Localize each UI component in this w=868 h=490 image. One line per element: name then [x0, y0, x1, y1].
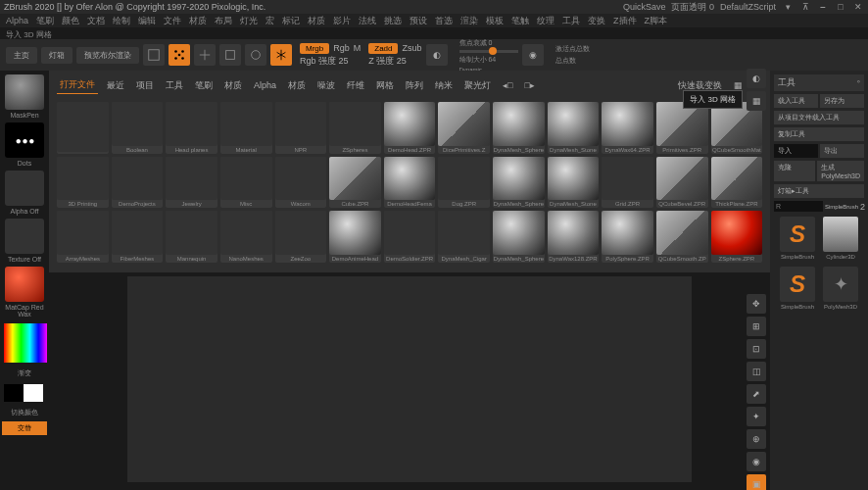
polymesh-button[interactable]: 生成 PolyMesh3D [817, 161, 864, 181]
edit-icon[interactable] [143, 44, 165, 66]
thumbnail-item[interactable]: DemoAnimeHead [329, 211, 381, 263]
tab-material2[interactable]: 材质 [285, 77, 309, 94]
menu-item[interactable]: 纹理 [537, 15, 555, 27]
material-selector[interactable] [5, 267, 44, 302]
menu-item[interactable]: 颜色 [62, 15, 79, 27]
tab-spotlight[interactable]: 聚光灯 [461, 77, 494, 94]
nav-back-icon[interactable]: ◂□ [500, 78, 515, 92]
thumbnail-item[interactable]: DicePrimitives.Z [438, 102, 490, 154]
thumbnail-item[interactable] [57, 102, 109, 154]
texture-selector[interactable] [5, 219, 44, 254]
thumbnail-item[interactable]: Grid.ZPR [602, 157, 653, 209]
tab-open-file[interactable]: 打开文件 [57, 76, 98, 94]
thumbnail-item[interactable]: DynaMesh_Cigar [438, 211, 490, 263]
shelf-icon[interactable]: ◉ [747, 452, 766, 471]
gizmo-icon[interactable] [270, 44, 292, 66]
thumbnail-item[interactable]: DynaWax128.ZPR [548, 211, 600, 263]
zsub-button[interactable]: Zsub [402, 43, 421, 53]
menu-item[interactable]: 首选 [435, 15, 453, 27]
menu-item[interactable]: 笔触 [511, 15, 529, 27]
tab-array[interactable]: 阵列 [403, 77, 426, 94]
thumbnail-item[interactable]: Material [220, 102, 272, 154]
white-swatch[interactable] [24, 384, 43, 402]
pin-icon[interactable]: ⊼ [799, 2, 811, 12]
menu-icon[interactable]: ▾ [782, 2, 794, 12]
menu-item[interactable]: 法线 [359, 15, 376, 27]
shelf-icon[interactable]: ✦ [747, 407, 766, 426]
export-button[interactable]: 导出 [820, 144, 864, 158]
thumbnail-item[interactable]: ZSpheres [329, 102, 381, 154]
menu-item[interactable]: 文件 [164, 15, 181, 27]
thumbnail-item[interactable]: DynaWax64.ZPR [602, 102, 653, 154]
close-icon[interactable]: ✕ [852, 2, 864, 12]
thumbnail-item[interactable]: NanoMeshes [220, 211, 272, 263]
menu-item[interactable]: 影片 [333, 15, 351, 27]
canvas[interactable] [127, 276, 692, 482]
menu-item[interactable]: Z脚本 [645, 15, 668, 27]
zadd-button[interactable]: Zadd [368, 43, 398, 54]
menu-item[interactable]: 灯光 [240, 15, 258, 27]
menu-item[interactable]: 文档 [87, 15, 105, 27]
menu-item[interactable]: 挑选 [384, 15, 402, 27]
gradient-label[interactable]: 渐变 [2, 368, 47, 378]
menu-item[interactable]: 编辑 [138, 15, 156, 27]
menu-item[interactable]: 材质 [189, 15, 207, 27]
nav-fwd-icon[interactable]: □▸ [521, 78, 537, 92]
thumbnail-item[interactable]: DynaMesh_Stone [548, 157, 600, 209]
rotate-icon[interactable] [245, 44, 266, 66]
menu-item[interactable]: 材质 [308, 15, 325, 27]
thumbnail-item[interactable]: Cube.ZPR [329, 157, 381, 209]
shelf-icon[interactable]: ⊕ [747, 429, 766, 449]
brush-selector[interactable] [5, 74, 44, 110]
save-as-button[interactable]: 另存为 [820, 94, 864, 108]
import-file-button[interactable]: 从项目文件载入工具 [774, 111, 864, 124]
menu-item[interactable]: 变换 [588, 15, 605, 27]
stroke-selector[interactable] [5, 122, 44, 158]
tab-mesh[interactable]: 网格 [373, 77, 397, 94]
tab-tool[interactable]: 工具 [163, 77, 186, 94]
minimize-icon[interactable]: ‒ [817, 2, 829, 12]
thumbnail-item[interactable]: Head planes [166, 102, 217, 154]
bpr-button[interactable]: 预览布尔渲染 [76, 47, 139, 64]
rgb-intensity-slider[interactable]: Rgb 强度 25 [300, 55, 349, 68]
thumbnail-item[interactable]: Jewelry [166, 157, 217, 209]
tab-project[interactable]: 项目 [133, 77, 157, 94]
menu-item[interactable]: 布局 [215, 15, 232, 27]
tab-brush[interactable]: 笔刷 [192, 77, 216, 94]
alpha-selector[interactable] [5, 171, 44, 206]
color-picker[interactable] [4, 323, 47, 363]
search-input[interactable] [774, 201, 823, 212]
menu-item[interactable]: 预设 [410, 15, 427, 27]
draw-icon[interactable] [169, 44, 190, 66]
tool-simplebrush[interactable]: S SimpleBrush [778, 217, 817, 260]
menu-item[interactable]: 工具 [562, 15, 580, 27]
black-swatch[interactable] [4, 384, 24, 402]
maximize-icon[interactable]: □ [835, 2, 846, 12]
thumbnail-item[interactable]: ZSphere.ZPR [711, 211, 763, 263]
tool-simplebrush-2[interactable]: S SimpleBrush [778, 267, 817, 310]
thumbnail-item[interactable]: DynaMesh_Sphere [493, 157, 545, 209]
thumbnail-item[interactable]: PolySphere.ZPR [602, 211, 653, 263]
shelf-icon-active[interactable]: ▣ [747, 474, 766, 490]
alt-button[interactable]: 交替 [2, 421, 47, 435]
thumbnail-item[interactable]: DemoProjects [112, 157, 164, 209]
thumbnail-item[interactable]: QCubeSmooth.ZP [656, 211, 708, 263]
shelf-icon[interactable]: ◫ [747, 362, 766, 381]
load-tool-button[interactable]: 载入工具 [774, 94, 818, 108]
tool-cylinder[interactable]: Cylinder3D [821, 217, 860, 260]
tab-material[interactable]: 材质 [221, 77, 245, 94]
tab-alpha[interactable]: Alpha [251, 78, 279, 92]
scale-icon[interactable] [219, 44, 241, 66]
transparency-label[interactable]: 页面透明 0 [671, 1, 714, 14]
thumbnail-item[interactable]: Wacom [275, 157, 327, 209]
thumbnail-item[interactable]: Boolean [112, 102, 164, 154]
m-button[interactable]: M [354, 43, 362, 53]
thumbnail-item[interactable]: Primitives.ZPR [656, 102, 708, 154]
thumbnail-item[interactable]: ThickPlane.ZPR [711, 157, 763, 209]
thumbnail-item[interactable]: Misc [220, 157, 272, 209]
focal-shift-label[interactable]: 焦点衰减 0 [459, 38, 518, 48]
shelf-icon[interactable]: ⬈ [747, 384, 766, 404]
tool-polymesh[interactable]: ✦ PolyMesh3D [821, 267, 860, 310]
menu-item[interactable]: Alpha [6, 16, 28, 25]
thumbnail-item[interactable]: DynaMesh_Sphere [493, 102, 545, 154]
